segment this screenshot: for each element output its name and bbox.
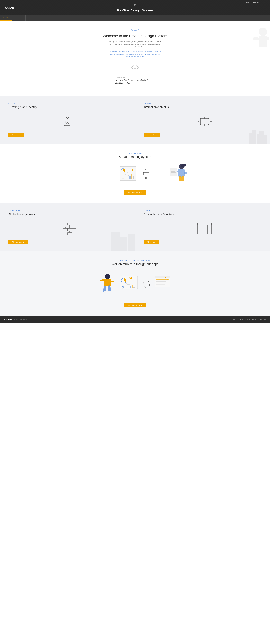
svg-rect-55 <box>170 168 177 176</box>
svg-rect-28 <box>257 134 259 144</box>
footer-copy: 2020 © All rights reserved <box>14 319 27 320</box>
site-title: RevStar Design System <box>117 8 153 12</box>
intro-bg-figure <box>239 20 270 96</box>
intro-desc1: An organised collection of styles, butto… <box>108 40 162 48</box>
buttons-bg-city <box>248 127 270 144</box>
layout-icon-area <box>143 222 266 236</box>
intro-title: Welcome to the Revstar Design System <box>3 34 267 38</box>
svg-rect-75 <box>198 223 212 225</box>
report-link[interactable]: REPORT AN ISSUE <box>253 2 267 3</box>
svg-rect-71 <box>111 232 120 251</box>
svg-rect-29 <box>260 132 264 144</box>
layout-title: Cross-platform Structure <box>143 213 266 216</box>
philosophy-block: The philosophy Strictly designed grammar… <box>115 75 155 85</box>
styles-icon: AA <box>63 116 76 127</box>
svg-point-19 <box>208 118 209 119</box>
svg-point-111 <box>157 277 158 278</box>
form-person-figure <box>170 163 187 183</box>
svg-point-80 <box>200 224 201 224</box>
svg-rect-60 <box>67 223 72 225</box>
intro-desc2: The Design System will help in preservin… <box>108 50 162 58</box>
svg-rect-36 <box>129 176 131 179</box>
svg-rect-101 <box>144 278 148 281</box>
svg-point-92 <box>129 276 132 279</box>
footer-report-link[interactable]: REPORT AN ISSUE <box>239 319 250 320</box>
intro-badge: INTRO <box>131 29 139 32</box>
svg-rect-74 <box>198 223 212 234</box>
svg-rect-68 <box>72 228 76 231</box>
layout-half: LAYOUT Cross-platform Structure View lay… <box>135 203 270 251</box>
svg-line-103 <box>148 281 150 285</box>
svg-rect-41 <box>143 172 149 175</box>
svg-rect-30 <box>264 135 267 144</box>
components-layout-section: COMPONENTS All the live organisms View c… <box>0 203 270 251</box>
footer-help-link[interactable]: HELP <box>233 319 236 320</box>
svg-point-82 <box>105 274 110 279</box>
graphical-center-mockup: ! <box>120 276 138 292</box>
nav-components[interactable]: 04. COMPONENTS <box>60 16 78 20</box>
nav-layout[interactable]: 05. LAYOUT <box>78 16 92 20</box>
svg-text:AA: AA <box>65 121 69 124</box>
components-half: COMPONENTS All the live organisms View c… <box>0 203 135 251</box>
footer-terms-link[interactable]: TERMS & CONDITIONS <box>252 319 266 320</box>
graphical-label: GRAPHICAL REPRESENTATIONS <box>86 260 184 261</box>
view-styles-button[interactable]: View styles <box>8 133 24 137</box>
svg-rect-38 <box>133 176 134 179</box>
philosophy-label: The philosophy <box>115 76 155 78</box>
svg-rect-52 <box>184 172 187 174</box>
svg-line-102 <box>143 281 144 285</box>
svg-rect-50 <box>178 169 185 177</box>
styles-half: STYLES Creating brand Identity AA View s… <box>0 96 135 144</box>
svg-point-3 <box>259 28 267 36</box>
svg-point-88 <box>104 291 107 293</box>
footer-left: RevSTAR+ 2020 © All rights reserved <box>4 318 27 320</box>
buttons-title: Interaction elements <box>143 106 266 109</box>
svg-text:!: ! <box>130 277 131 279</box>
site-header: F.A.Q. REPORT AN ISSUE RevSTAR+ RevStar … <box>0 0 270 16</box>
components-label: COMPONENTS <box>8 210 131 212</box>
logo: RevSTAR+ <box>3 6 15 9</box>
svg-rect-67 <box>67 228 72 231</box>
nav-styles[interactable]: 01. STYLES <box>12 16 26 20</box>
svg-rect-72 <box>120 237 127 251</box>
svg-rect-99 <box>134 286 135 288</box>
form-center-icon <box>142 168 150 180</box>
form-elements-illustration <box>86 166 184 182</box>
view-layout-button[interactable]: View layout <box>143 240 159 244</box>
faq-link[interactable]: F.A.Q. <box>246 2 250 3</box>
styles-label: STYLES <box>8 103 131 104</box>
philosophy-text: Strictly designed grammar allowing for f… <box>115 79 155 85</box>
svg-rect-70 <box>67 232 72 235</box>
svg-rect-109 <box>155 276 170 278</box>
components-bg <box>110 230 135 251</box>
view-form-elements-button[interactable]: View form elements <box>124 190 146 195</box>
styles-title: Creating brand Identity <box>8 106 131 109</box>
nav-graphical-reps[interactable]: 06. GRAPHICAL REPS <box>92 16 112 20</box>
svg-rect-66 <box>63 228 67 231</box>
intro-bottom: The philosophy Strictly designed grammar… <box>3 75 267 85</box>
svg-rect-97 <box>130 286 131 288</box>
svg-point-21 <box>208 124 209 125</box>
form-elements-label: FORM ELEMENTS <box>86 152 184 154</box>
form-elements-title: A real breathing system <box>86 155 184 159</box>
form-elements-section: FORM ELEMENTS A real breathing system <box>0 144 270 203</box>
svg-rect-85 <box>111 281 114 282</box>
graphical-person-left <box>100 273 115 295</box>
layout-icon <box>197 222 212 235</box>
header-center: RevStar Design System <box>117 3 153 12</box>
form-left-mockup <box>120 166 136 182</box>
buttons-label: BUTTONS <box>143 103 266 104</box>
nav-form-elements[interactable]: 03. FORM ELEMENTS <box>40 16 60 20</box>
site-footer: RevSTAR+ 2020 © All rights reserved HELP… <box>0 316 270 323</box>
intro-section: INTRO Welcome to the Revstar Design Syst… <box>0 20 270 96</box>
view-components-button[interactable]: View components <box>8 240 28 244</box>
graphical-center-icon <box>142 278 150 290</box>
svg-point-18 <box>200 118 201 119</box>
svg-point-79 <box>199 224 199 224</box>
view-buttons-button[interactable]: View buttons <box>143 133 160 137</box>
nav-intro[interactable]: 00. INTRO <box>0 16 12 20</box>
svg-rect-53 <box>179 176 181 181</box>
view-graphical-reps-button[interactable]: View graphical reps <box>124 303 146 308</box>
svg-rect-6 <box>264 38 269 40</box>
nav-buttons[interactable]: 02. BUTTONS <box>26 16 40 20</box>
